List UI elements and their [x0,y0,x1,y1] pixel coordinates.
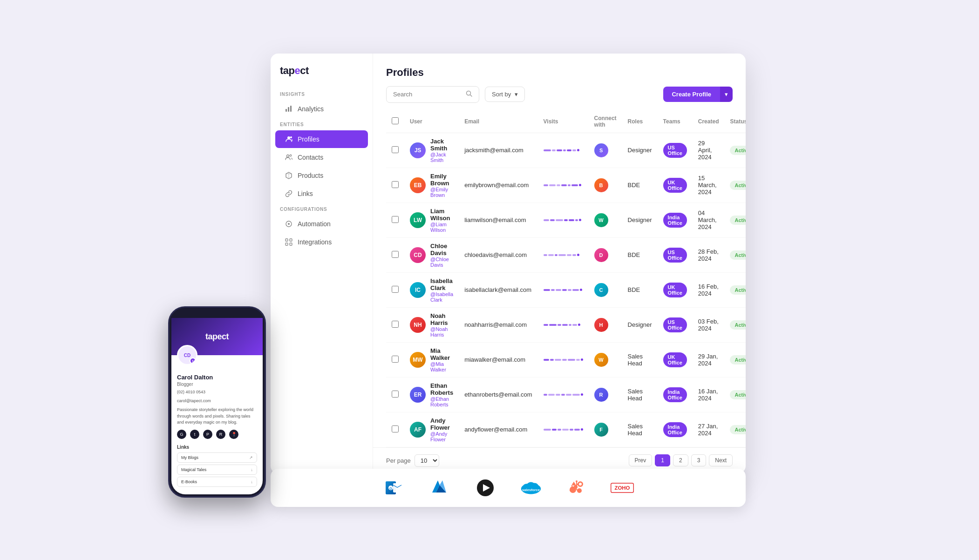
social-p-icon[interactable]: P [203,430,212,439]
team-badge: UK Office [663,352,687,367]
sidebar-item-products[interactable]: Products [275,167,368,184]
created-date: 27 Jan, 2024 [693,412,725,447]
connect-avatar: B [594,178,608,192]
user-handle: @Ethan Roberts [430,396,453,407]
user-handle: @Noah Harris [430,326,453,337]
user-role: Designer [622,202,658,237]
page-3-button[interactable]: 3 [691,454,707,466]
user-role: BDE [622,168,658,202]
create-profile-button[interactable]: Create Profile [663,87,720,102]
col-roles: Roles [622,110,658,133]
table-row: EB Emily Brown @Emily Brown emilybrown@e… [386,168,746,202]
svg-point-6 [290,155,292,156]
social-map-icon[interactable]: 📍 [229,430,238,439]
social-g-icon[interactable]: G [177,430,186,439]
connect-avatar: S [594,143,608,157]
sidebar-item-automation[interactable]: Automation [275,215,368,233]
svg-point-35 [576,480,578,482]
user-name: Liam Wilson [430,208,453,222]
select-all-checkbox[interactable] [392,117,399,124]
svg-point-4 [290,136,292,138]
user-name: Isabella Clark [430,277,453,291]
social-t-icon[interactable]: t [190,430,199,439]
social-r-icon[interactable]: R [216,430,225,439]
page-1-button[interactable]: 1 [655,454,670,466]
table-row: AF Andy Flower @Andy Flower andyflower@e… [386,412,746,447]
svg-rect-1 [288,107,289,112]
status-badge: Active [730,146,746,155]
user-handle: @Jack Smith [430,152,453,163]
svg-point-30 [579,483,582,486]
col-teams: Teams [658,110,693,133]
phone-avatar: CD t [177,345,197,365]
automation-icon [285,220,293,228]
phone-user-phone: (02) 4010 0543 [177,389,257,395]
team-badge: US Office [663,317,687,332]
sidebar-item-analytics[interactable]: Analytics [275,100,368,118]
status-badge: Active [730,216,746,225]
sort-label: Sort by [492,91,511,98]
profiles-label: Profiles [298,135,320,143]
row-checkbox[interactable] [392,286,399,293]
user-avatar: LW [410,212,426,228]
search-input[interactable] [393,91,462,98]
user-role: Sales Head [622,412,658,447]
row-checkbox[interactable] [392,251,399,258]
status-badge: Active [730,285,746,295]
search-box[interactable] [386,86,479,103]
created-date: 16 Feb, 2024 [693,272,725,307]
sidebar-item-contacts[interactable]: Contacts [275,148,368,166]
phone-link-myblogs[interactable]: My Blogs ↗ [177,452,257,463]
connect-avatar: D [594,248,608,262]
phone-link-ebooks[interactable]: E-Books ↓ [177,477,257,487]
visits-visual [544,219,583,221]
user-avatar: NH [410,317,426,333]
sidebar-item-links[interactable]: Links [275,185,368,202]
row-checkbox[interactable] [392,216,399,223]
row-checkbox[interactable] [392,321,399,328]
team-badge: India Office [663,422,687,437]
created-date: 29 April, 2024 [693,133,725,168]
per-page-dropdown[interactable]: 10 25 50 [415,454,439,467]
svg-text:O: O [389,487,392,490]
profiles-table: User Email Visits Connect with Roles Tea… [386,110,746,447]
page-2-button[interactable]: 2 [673,454,688,466]
team-badge: India Office [663,213,687,228]
created-date: 15 March, 2024 [693,168,725,202]
user-email: jacksmith@email.com [459,133,537,168]
automation-label: Automation [298,220,331,228]
integrations-icon [285,238,293,246]
phone-social-icons: G t P R 📍 [177,430,257,439]
table-row: MW Mia Walker @Mia Walker miawalker@emai… [386,342,746,377]
svg-point-5 [287,155,289,157]
connect-avatar: W [594,213,608,227]
svg-rect-0 [286,109,287,112]
contacts-label: Contacts [298,154,323,161]
outlook-logo: O [382,476,406,499]
row-checkbox[interactable] [392,181,399,188]
next-page-button[interactable]: Next [709,454,733,466]
table-row: ER Ethan Roberts @Ethan Roberts ethanrob… [386,377,746,412]
created-date: 28 Feb, 2024 [693,237,725,272]
sidebar-item-profiles[interactable]: Profiles [275,130,368,148]
sort-button[interactable]: Sort by ▾ [485,87,525,102]
prev-page-button[interactable]: Prev [629,454,653,466]
table-row: LW Liam Wilson @Liam Wilson liamwilson@e… [386,202,746,237]
created-date: 29 Jan, 2024 [693,342,725,377]
user-email: liamwilson@email.com [459,202,537,237]
row-checkbox[interactable] [392,146,399,153]
create-profile-dropdown-button[interactable]: ▾ [720,87,733,102]
sidebar-item-integrations[interactable]: Integrations [275,233,368,251]
hubspot-logo [565,476,588,499]
phone-link-magical[interactable]: Magical Tales ↓ [177,465,257,475]
row-checkbox[interactable] [392,425,399,432]
svg-rect-9 [286,239,288,241]
row-checkbox[interactable] [392,391,399,398]
user-name: Ethan Roberts [430,382,453,396]
phone-user-bio: Passionate storyteller exploring the wor… [177,407,257,426]
row-checkbox[interactable] [392,356,399,363]
user-avatar: CD [410,247,426,263]
create-btn-group: Create Profile ▾ [663,87,733,102]
table-row: NH Noah Harris @Noah Harris noahharris@e… [386,307,746,342]
svg-point-3 [287,136,290,139]
